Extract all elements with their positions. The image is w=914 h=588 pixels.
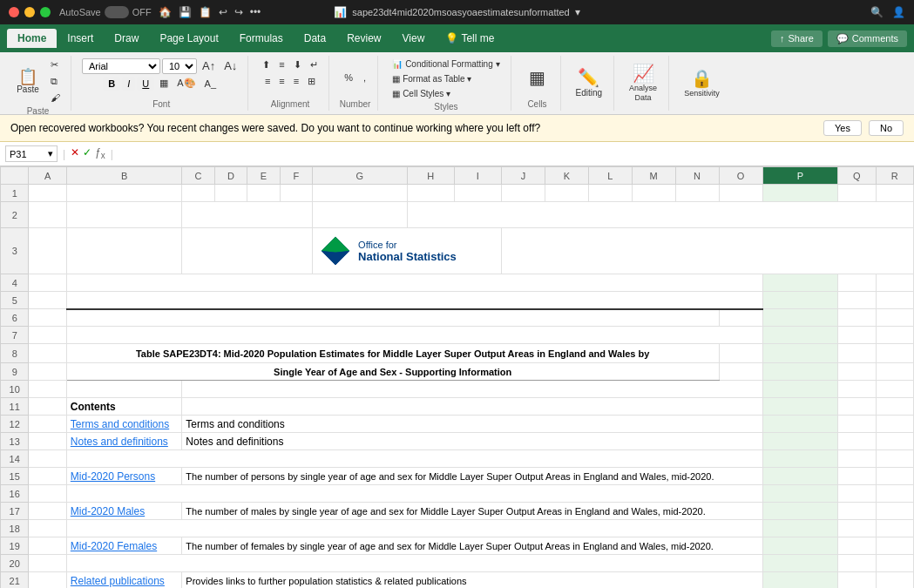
cell-A14[interactable]	[29, 450, 66, 468]
cell-A5[interactable]	[29, 292, 66, 309]
cell-A7[interactable]	[29, 327, 66, 344]
cell-G2[interactable]	[313, 202, 407, 228]
cell-J3-merged[interactable]	[501, 228, 913, 274]
cell-R17[interactable]	[876, 503, 913, 520]
cell-R12[interactable]	[876, 416, 913, 433]
no-button[interactable]: No	[869, 120, 904, 136]
cell-B3[interactable]	[66, 228, 182, 274]
comments-button[interactable]: 💬 Comments	[828, 30, 907, 47]
cell-A16[interactable]	[29, 485, 66, 503]
cell-O6[interactable]	[719, 309, 762, 327]
cell-A3[interactable]	[29, 228, 66, 274]
cell-P7[interactable]	[762, 327, 838, 344]
cell-J1[interactable]	[501, 185, 545, 202]
col-Q[interactable]: Q	[838, 167, 876, 185]
cell-B15-link[interactable]: Mid-2020 Persons	[66, 468, 182, 485]
spreadsheet[interactable]: A B C D E F G H I J K L M N O P Q	[0, 166, 914, 588]
females-link[interactable]: Mid-2020 Females	[71, 540, 157, 552]
cell-Q18[interactable]	[838, 520, 876, 537]
cell-R16[interactable]	[876, 485, 913, 503]
cell-B8-title[interactable]: Table SAPE23DT4: Mid-2020 Population Est…	[66, 344, 719, 363]
copy-button[interactable]: ⧉	[47, 74, 64, 89]
sensitivity-button[interactable]: 🔒 Sensitivity	[680, 65, 724, 100]
col-R[interactable]: R	[876, 167, 913, 185]
cell-R20[interactable]	[876, 555, 913, 572]
align-bottom-button[interactable]: ⬇	[290, 57, 305, 72]
cell-B17-link[interactable]: Mid-2020 Males	[66, 503, 182, 520]
cell-C21-desc[interactable]: Provides links to further population sta…	[182, 572, 762, 589]
cell-B16-merged[interactable]	[66, 485, 762, 503]
align-right-button[interactable]: ≡	[290, 74, 302, 89]
cell-N1[interactable]	[675, 185, 719, 202]
cell-B13-link[interactable]: Notes and definitions	[66, 433, 182, 450]
cell-B2[interactable]	[66, 202, 182, 228]
cell-O9[interactable]	[719, 363, 762, 381]
underline-button[interactable]: U	[137, 77, 154, 91]
tab-tell-me[interactable]: 💡 Tell me	[435, 29, 504, 48]
percent-button[interactable]: %	[341, 71, 356, 84]
align-center-button[interactable]: ≡	[275, 74, 288, 89]
font-color-button[interactable]: A_	[201, 77, 220, 91]
cell-P17[interactable]	[762, 503, 838, 520]
save-icon[interactable]: 💾	[179, 6, 192, 18]
cell-B4-merged[interactable]	[66, 274, 762, 292]
cell-P19[interactable]	[762, 537, 838, 555]
cell-R6[interactable]	[876, 309, 913, 327]
cell-P16[interactable]	[762, 485, 838, 503]
cell-B7-merged[interactable]	[66, 327, 762, 344]
cell-P11[interactable]	[762, 398, 838, 416]
cell-F1[interactable]	[280, 185, 312, 202]
cell-G3-logo[interactable]: Office for National Statistics	[313, 228, 502, 274]
cell-P13[interactable]	[762, 433, 838, 450]
cell-A19[interactable]	[29, 537, 66, 555]
terms-link[interactable]: Terms and conditions	[71, 418, 169, 430]
person-icon[interactable]: 👤	[892, 6, 905, 18]
cell-Q1[interactable]	[838, 185, 876, 202]
cell-Q7[interactable]	[838, 327, 876, 344]
cell-B20-merged[interactable]	[66, 555, 762, 572]
cell-A20[interactable]	[29, 555, 66, 572]
tab-view[interactable]: View	[392, 29, 436, 48]
col-L[interactable]: L	[588, 167, 632, 185]
editing-button[interactable]: ✏️ Editing	[572, 64, 607, 100]
cell-reference-box[interactable]: P31 ▾	[5, 145, 58, 162]
cell-C13-desc[interactable]: Notes and definitions	[182, 433, 762, 450]
cell-P6[interactable]	[762, 309, 838, 327]
align-middle-button[interactable]: ≡	[275, 57, 288, 72]
cell-Q21[interactable]	[838, 572, 876, 589]
cell-E1[interactable]	[247, 185, 280, 202]
cell-P18[interactable]	[762, 520, 838, 537]
cell-C15-desc[interactable]: The number of persons by single year of …	[182, 468, 762, 485]
italic-button[interactable]: I	[122, 77, 135, 91]
cell-P14[interactable]	[762, 450, 838, 468]
bookmark-icon[interactable]: 📋	[199, 6, 212, 18]
comma-button[interactable]: ,	[360, 71, 369, 84]
col-B[interactable]: B	[66, 167, 182, 185]
bold-button[interactable]: B	[103, 77, 120, 91]
tab-review[interactable]: Review	[336, 29, 391, 48]
maximize-button[interactable]	[40, 7, 51, 17]
cell-B6-line[interactable]	[66, 309, 719, 327]
cell-Q6[interactable]	[838, 309, 876, 327]
align-top-button[interactable]: ⬆	[259, 57, 274, 72]
cell-R9[interactable]	[876, 363, 913, 381]
tab-page-layout[interactable]: Page Layout	[149, 29, 228, 48]
cell-C11-merged[interactable]	[182, 398, 762, 416]
search-icon[interactable]: 🔍	[870, 6, 884, 18]
formula-input[interactable]	[118, 148, 909, 160]
publications-link[interactable]: Related publications	[71, 575, 165, 587]
cell-P21[interactable]	[762, 572, 838, 589]
cell-A8[interactable]	[29, 344, 66, 363]
wrap-text-button[interactable]: ↵	[307, 57, 322, 72]
cell-Q17[interactable]	[838, 503, 876, 520]
males-link[interactable]: Mid-2020 Males	[71, 505, 145, 517]
cell-P8[interactable]	[762, 344, 838, 363]
autosave-toggle[interactable]	[105, 6, 129, 18]
cell-O1[interactable]	[719, 185, 762, 202]
redo-icon[interactable]: ↪	[234, 6, 243, 18]
cell-B19-link[interactable]: Mid-2020 Females	[66, 537, 182, 555]
col-I[interactable]: I	[454, 167, 501, 185]
cell-M1[interactable]	[632, 185, 675, 202]
cancel-formula-icon[interactable]: ✕	[71, 146, 79, 160]
cell-A10[interactable]	[29, 381, 66, 398]
